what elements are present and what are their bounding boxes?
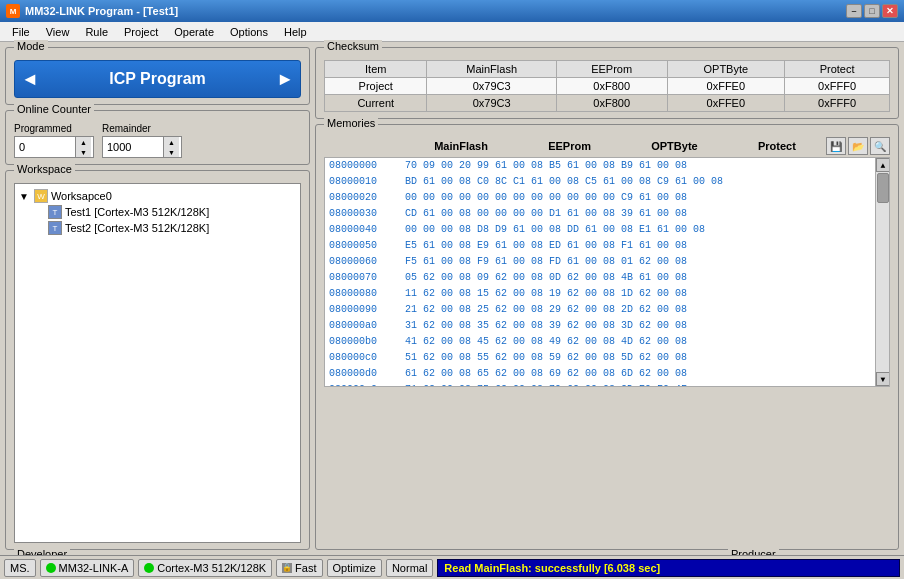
- menu-rule[interactable]: Rule: [77, 24, 116, 40]
- mem-bytes: 61 62 00 08 65 62 00 08 69 62 00 08 6D 6…: [405, 367, 875, 381]
- scrollbar-up[interactable]: ▲: [876, 158, 890, 172]
- workspace-item-0[interactable]: ▼ T Test1 [Cortex-M3 512K/128K]: [33, 204, 296, 220]
- close-button[interactable]: ✕: [882, 4, 898, 18]
- link-label: MM32-LINK-A: [59, 562, 129, 574]
- mem-col-protect: Protect: [758, 140, 796, 152]
- menu-project[interactable]: Project: [116, 24, 166, 40]
- mem-section-labels: MainFlash EEProm OPTByte Protect: [404, 140, 826, 152]
- right-arrow-icon: ►: [276, 69, 294, 90]
- workspace-root[interactable]: ▼ W Worksapce0: [19, 188, 296, 204]
- workspace-folder-icon: W: [34, 189, 48, 203]
- workspace-tree: ▼ W Worksapce0 ▼ T Test1 [Cortex-M3 512K…: [14, 183, 301, 543]
- programmed-field: Programmed ▲ ▼: [14, 123, 94, 158]
- memories-label: Memories: [324, 117, 378, 129]
- optimize-label: Optimize: [333, 562, 376, 574]
- scrollbar-track[interactable]: ▲ ▼: [875, 158, 889, 386]
- menu-operate[interactable]: Operate: [166, 24, 222, 40]
- status-bar: MS. MM32-LINK-A Cortex-M3 512K/128K 🔒 Fa…: [0, 555, 904, 579]
- table-row: 08000060F5 61 00 08 F9 61 00 08 FD 61 00…: [325, 254, 875, 270]
- mem-bytes: E5 61 00 08 E9 61 00 08 ED 61 00 08 F1 6…: [405, 239, 875, 253]
- window-title: MM32-LINK Program - [Test1]: [25, 5, 178, 17]
- programmed-spinners: ▲ ▼: [75, 137, 91, 157]
- scrollbar-thumb[interactable]: [877, 173, 889, 203]
- right-panel: Checksum Item MainFlash EEProm OPTByte P…: [315, 47, 899, 550]
- mem-bytes: 71 62 00 08 75 62 00 08 79 62 00 08 2D E…: [405, 383, 875, 387]
- remainder-input[interactable]: [103, 137, 163, 157]
- mem-address: 08000030: [325, 207, 405, 221]
- online-counter-group: Online Counter Programmed ▲ ▼ Remainder: [5, 110, 310, 165]
- left-arrow-icon: ◄: [21, 69, 39, 90]
- remainder-down[interactable]: ▼: [164, 147, 179, 157]
- table-row: 0800008011 62 00 08 15 62 00 08 19 62 00…: [325, 286, 875, 302]
- mem-address: 08000010: [325, 175, 405, 189]
- mem-toolbar: 💾 📂 🔍: [826, 137, 890, 155]
- checksum-header-protect: Protect: [785, 61, 890, 78]
- checksum-header-mainflash: MainFlash: [427, 61, 556, 78]
- table-row: 0800007005 62 00 08 09 62 00 08 0D 62 00…: [325, 270, 875, 286]
- mem-bytes: 51 62 00 08 55 62 00 08 59 62 00 08 5D 6…: [405, 351, 875, 365]
- cs-project-protect: 0xFFF0: [785, 78, 890, 95]
- mem-bytes: F5 61 00 08 F9 61 00 08 FD 61 00 08 01 6…: [405, 255, 875, 269]
- workspace-item-1[interactable]: ▼ T Test2 [Cortex-M3 512K/128K]: [33, 220, 296, 236]
- table-row: 0800004000 00 00 08 D8 D9 61 00 08 DD 61…: [325, 222, 875, 238]
- programmed-down[interactable]: ▼: [76, 147, 91, 157]
- menu-file[interactable]: File: [4, 24, 38, 40]
- link-segment: MM32-LINK-A: [40, 559, 135, 577]
- remainder-field: Remainder ▲ ▼: [102, 123, 182, 158]
- menu-options[interactable]: Options: [222, 24, 276, 40]
- chip-status-dot: [144, 563, 154, 573]
- memories-scroll[interactable]: 0800000070 09 00 20 99 61 00 08 B5 61 00…: [324, 157, 890, 387]
- workspace-item-0-label: Test1 [Cortex-M3 512K/128K]: [65, 206, 209, 218]
- remainder-label: Remainder: [102, 123, 182, 134]
- mem-address: 080000c0: [325, 351, 405, 365]
- normal-segment: Normal: [386, 559, 433, 577]
- checksum-header-eeprom: EEProm: [556, 61, 667, 78]
- checksum-row-current: Current 0x79C3 0xF800 0xFFE0 0xFFF0: [325, 95, 890, 112]
- mem-open-btn[interactable]: 📂: [848, 137, 868, 155]
- mem-address: 08000050: [325, 239, 405, 253]
- speed-segment: 🔒 Fast: [276, 559, 322, 577]
- chip-segment: Cortex-M3 512K/128K: [138, 559, 272, 577]
- app-icon: M: [6, 4, 20, 18]
- maximize-button[interactable]: □: [864, 4, 880, 18]
- memories-rows: 0800000070 09 00 20 99 61 00 08 B5 61 00…: [325, 158, 889, 387]
- programmed-input[interactable]: [15, 137, 75, 157]
- speed-label: Fast: [295, 562, 316, 574]
- ms-segment: MS.: [4, 559, 36, 577]
- minimize-button[interactable]: –: [846, 4, 862, 18]
- online-counter-label: Online Counter: [14, 103, 94, 115]
- mem-address: 080000d0: [325, 367, 405, 381]
- table-row: 0800009021 62 00 08 25 62 00 08 29 62 00…: [325, 302, 875, 318]
- scrollbar-down[interactable]: ▼: [876, 372, 890, 386]
- mem-bytes: 31 62 00 08 35 62 00 08 39 62 00 08 3D 6…: [405, 319, 875, 333]
- mem-address: 08000040: [325, 223, 405, 237]
- icp-program-button[interactable]: ◄ ICP Program ►: [14, 60, 301, 98]
- mem-address: 08000060: [325, 255, 405, 269]
- menu-help[interactable]: Help: [276, 24, 315, 40]
- mem-search-btn[interactable]: 🔍: [870, 137, 890, 155]
- cs-project-eeprom: 0xF800: [556, 78, 667, 95]
- mem-col-eeprom: EEProm: [548, 140, 591, 152]
- workspace-children: ▼ T Test1 [Cortex-M3 512K/128K] ▼ T Test…: [33, 204, 296, 236]
- checksum-label: Checksum: [324, 40, 382, 52]
- mem-address: 08000000: [325, 159, 405, 173]
- cs-current-mainflash: 0x79C3: [427, 95, 556, 112]
- mem-bytes: 00 00 00 08 D8 D9 61 00 08 DD 61 00 08 E…: [405, 223, 875, 237]
- status-message-text: Read MainFlash: successfully [6.038 sec]: [444, 562, 660, 574]
- remainder-up[interactable]: ▲: [164, 137, 179, 147]
- icp-button-text: ICP Program: [109, 70, 206, 88]
- table-row: 08000050E5 61 00 08 E9 61 00 08 ED 61 00…: [325, 238, 875, 254]
- cs-current-optbyte: 0xFFE0: [667, 95, 785, 112]
- table-row: 080000d061 62 00 08 65 62 00 08 69 62 00…: [325, 366, 875, 382]
- table-row: 080000e071 62 00 08 75 62 00 08 79 62 00…: [325, 382, 875, 387]
- ms-label: MS.: [10, 562, 30, 574]
- mem-save-btn[interactable]: 💾: [826, 137, 846, 155]
- checksum-header-optbyte: OPTByte: [667, 61, 785, 78]
- menu-view[interactable]: View: [38, 24, 78, 40]
- counter-row: Programmed ▲ ▼ Remainder ▲: [14, 123, 301, 158]
- programmed-up[interactable]: ▲: [76, 137, 91, 147]
- mem-address: 08000080: [325, 287, 405, 301]
- cs-project-label: Project: [325, 78, 427, 95]
- table-row: 08000010BD 61 00 08 C0 8C C1 61 00 08 C5…: [325, 174, 875, 190]
- programmed-label: Programmed: [14, 123, 94, 134]
